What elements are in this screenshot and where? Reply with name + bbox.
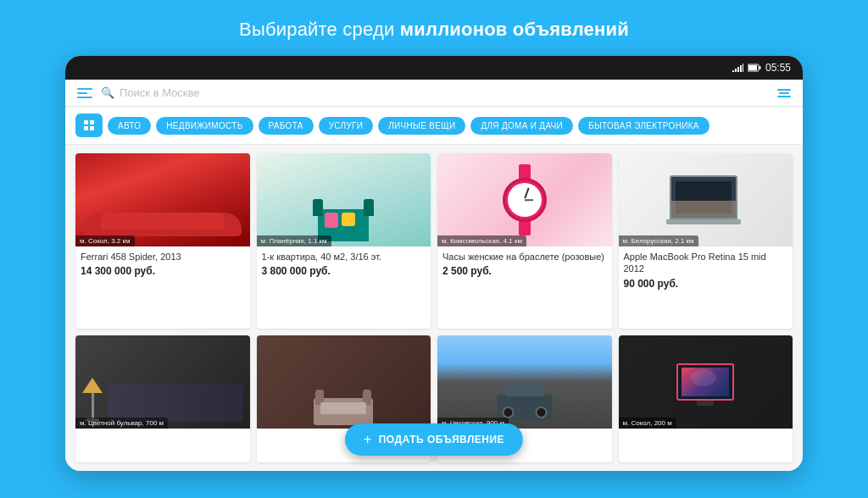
listing-title: Apple MacBook Pro Retina 15 mid 2012 bbox=[624, 251, 788, 275]
listing-card-tv[interactable]: м. Сокол, 200 м bbox=[619, 335, 793, 462]
listing-title: 1-к квартира, 40 м2, 3/16 эт. bbox=[262, 251, 426, 263]
headline: Выбирайте среди миллионов объявлений bbox=[239, 0, 629, 56]
category-realty[interactable]: НЕДВИЖИМОСТЬ bbox=[156, 117, 253, 135]
search-placeholder-text: Поиск в Москве bbox=[120, 86, 200, 99]
svg-rect-2 bbox=[759, 66, 760, 69]
all-categories-button[interactable] bbox=[75, 113, 103, 137]
status-bar: 05:55 bbox=[65, 56, 803, 80]
battery-icon bbox=[748, 64, 761, 72]
signal-icon bbox=[732, 64, 743, 72]
listing-price: 2 500 руб. bbox=[442, 265, 607, 277]
category-electronics[interactable]: БЫТОВАЯ ЭЛЕКТРОНИКА bbox=[578, 117, 709, 135]
filter-button[interactable] bbox=[777, 89, 791, 97]
category-work[interactable]: РАБОТА bbox=[259, 117, 314, 135]
status-time: 05:55 bbox=[765, 62, 791, 74]
categories-bar: АВТО НЕДВИЖИМОСТЬ РАБОТА УСЛУГИ ЛИЧНЫЕ В… bbox=[65, 107, 803, 145]
listing-price: 14 300 000 руб. bbox=[81, 265, 245, 277]
listing-card-lamp[interactable]: м. Цветной бульвар, 700 м bbox=[75, 335, 250, 462]
listing-metro: м. Сокол, 3.2 км bbox=[75, 235, 135, 246]
category-auto[interactable]: АВТО bbox=[108, 117, 151, 135]
fab-container: + ПОДАТЬ ОБЪЯВЛЕНИЕ bbox=[345, 423, 523, 456]
menu-button[interactable] bbox=[77, 88, 92, 98]
search-input-area[interactable]: 🔍 Поиск в Москве bbox=[101, 86, 769, 99]
listing-card-macbook[interactable]: м. Белорусская, 2.1 км Apple MacBook Pro… bbox=[619, 153, 793, 329]
fab-plus-icon: + bbox=[364, 432, 372, 447]
listing-metro: м. Белорусская, 2.1 км bbox=[619, 235, 698, 246]
listing-card-watch[interactable]: м. Комсомольская, 4.1 км Часы женские на… bbox=[437, 153, 612, 329]
listing-card-car[interactable]: м. Сокол, 3.2 км Ferrari 458 Spider, 201… bbox=[75, 153, 250, 329]
svg-rect-1 bbox=[748, 65, 757, 70]
headline-part2: миллионов объявлений bbox=[400, 19, 629, 40]
listing-card-sofa[interactable]: м. Планёрная, 1.1 км 1-к квартира, 40 м2… bbox=[257, 153, 431, 329]
listings-grid: м. Сокол, 3.2 км Ferrari 458 Spider, 201… bbox=[65, 145, 803, 471]
post-ad-button[interactable]: + ПОДАТЬ ОБЪЯВЛЕНИЕ bbox=[345, 423, 523, 456]
listing-metro: м. Комсомольская, 4.1 км bbox=[437, 235, 526, 246]
listing-title: Часы женские на браслете (розовые) bbox=[442, 251, 607, 263]
category-personal[interactable]: ЛИЧНЫЕ ВЕЩИ bbox=[378, 117, 465, 135]
grid-icon bbox=[84, 120, 94, 130]
search-icon: 🔍 bbox=[101, 86, 114, 99]
listing-price: 3 800 000 руб. bbox=[262, 265, 426, 277]
listing-metro: м. Планёрная, 1.1 км bbox=[257, 235, 331, 246]
search-bar: 🔍 Поиск в Москве bbox=[65, 80, 803, 107]
fab-label: ПОДАТЬ ОБЪЯВЛЕНИЕ bbox=[379, 434, 504, 445]
headline-part1: Выбирайте среди bbox=[239, 19, 400, 40]
listing-price: 90 000 руб. bbox=[624, 278, 788, 290]
listing-metro: м. Цветной бульвар, 700 м bbox=[75, 418, 168, 429]
category-home[interactable]: ДЛЯ ДОМА И ДАЧИ bbox=[470, 117, 573, 135]
listing-metro: м. Сокол, 200 м bbox=[619, 418, 676, 429]
category-services[interactable]: УСЛУГИ bbox=[319, 117, 374, 135]
app-content: 🔍 Поиск в Москве АВТО НЕДВИЖИМОСТЬ РАБОТ… bbox=[65, 80, 803, 471]
listing-title: Ferrari 458 Spider, 2013 bbox=[81, 251, 245, 263]
tablet-wrapper: 05:55 🔍 Поиск в Москве bbox=[65, 56, 803, 471]
